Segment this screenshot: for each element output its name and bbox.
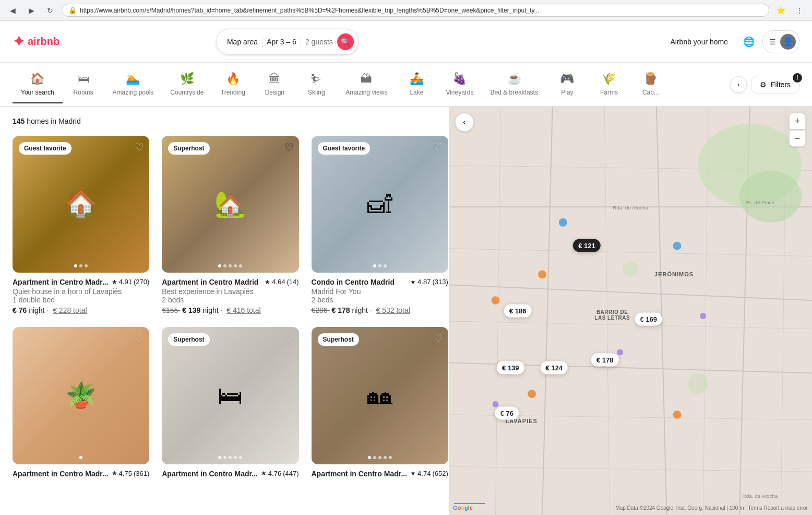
scroll-right-button[interactable]: › <box>730 76 747 93</box>
wishlist-button[interactable]: ♡ <box>135 141 144 154</box>
search-divider <box>262 37 262 47</box>
price-marker-m1[interactable]: € 121 <box>573 239 601 252</box>
category-item-amazing-pools[interactable]: 🏊 Amazing pools <box>104 66 162 103</box>
user-menu[interactable]: ☰ 👤 <box>762 30 799 53</box>
listing-description: Madrid For You <box>312 287 448 296</box>
listings-count: 145 homes in Madrid <box>13 117 436 125</box>
category-icon-design: 🏛 <box>269 72 280 86</box>
dot <box>223 456 226 459</box>
rating-value: 4.64 <box>272 278 285 286</box>
wishlist-button[interactable]: ♡ <box>135 332 144 345</box>
filters-button[interactable]: ⚙ Filters 1 <box>751 76 799 93</box>
category-label-countryside: Countryside <box>170 89 204 96</box>
listing-card[interactable]: 🪴 ♡ Apartment in Centro Madr... ★ 4.75 (… <box>13 327 149 477</box>
star-icon: ★ <box>112 278 117 286</box>
listing-card[interactable]: 🛏 Superhost ♡ Apartment in Centro Madr..… <box>162 327 298 477</box>
dot <box>85 264 88 267</box>
category-item-skiing[interactable]: ⛷ Skiing <box>295 66 337 103</box>
browser-chrome: ◀ ▶ ↻ 🔒 https://www.airbnb.com/s/Madrid/… <box>0 0 812 21</box>
category-icon-bed-breakfasts: ☕ <box>507 72 521 86</box>
search-bar[interactable]: Map area Apr 3 – 6 2 guests 🔍 <box>216 29 359 55</box>
price-marker-m7[interactable]: € 76 <box>495 406 519 419</box>
search-icon: 🔍 <box>341 38 350 46</box>
dot <box>378 264 381 267</box>
category-item-design[interactable]: 🏛 Design <box>254 66 295 103</box>
category-item-vineyards[interactable]: 🍇 Vineyards <box>437 66 482 103</box>
listing-beds: 2 beds <box>162 296 298 304</box>
map-attribution: Map Data ©2024 Google, Inst. Georg. Naci… <box>615 505 808 511</box>
category-item-countryside[interactable]: 🌿 Countryside <box>162 66 212 103</box>
rating-value: 4.87 <box>417 278 431 286</box>
category-item-rooms[interactable]: 🛏 Rooms <box>63 66 104 103</box>
map-controls: + − <box>789 113 806 147</box>
category-item-play[interactable]: 🎮 Play <box>546 66 588 103</box>
listing-title-row: Apartment in Centro Madrid ★ 4.64 (14) <box>162 278 298 286</box>
category-item-your-search[interactable]: 🏠 Your search <box>13 66 63 103</box>
category-item-bed-breakfasts[interactable]: ☕ Bed & breakfasts <box>482 66 546 103</box>
listing-card[interactable]: 🏠 Guest favorite ♡ Apartment in Centro M… <box>13 136 149 314</box>
price-marker-m5[interactable]: € 124 <box>541 361 568 374</box>
search-button[interactable]: 🔍 <box>337 33 354 50</box>
dot <box>239 456 242 459</box>
price-marker-m4[interactable]: € 139 <box>497 361 524 374</box>
category-label-play: Play <box>561 89 573 96</box>
refresh-button[interactable]: ↻ <box>43 3 57 18</box>
listing-title-row: Condo in Centro Madrid ★ 4.87 (313) <box>312 278 448 286</box>
category-icon-amazing-views: 🏔 <box>361 72 372 86</box>
listing-info: Apartment in Centro Madrid ★ 4.64 (14) B… <box>162 273 298 314</box>
wishlist-button[interactable]: ♡ <box>434 332 443 345</box>
category-item-lake[interactable]: 🚣 Lake <box>396 66 437 103</box>
logo[interactable]: ✦ airbnb <box>13 33 59 50</box>
listing-badge: Guest favorite <box>318 142 371 155</box>
category-label-vineyards: Vineyards <box>446 89 473 96</box>
category-label-trending: Trending <box>221 89 245 96</box>
listing-image-container: 🏘 Superhost ♡ <box>312 327 448 464</box>
back-button[interactable]: ◀ <box>5 3 20 18</box>
category-item-farms[interactable]: 🌾 Farms <box>588 66 630 103</box>
listing-card[interactable]: 🛋 Guest favorite ♡ Condo in Centro Madri… <box>312 136 448 314</box>
map-panel: Rda. de Atocha Ps. del Prado Rda. de Ato… <box>449 107 812 515</box>
dot <box>79 456 82 459</box>
language-button[interactable]: 🌐 <box>739 32 758 51</box>
header: ✦ airbnb Map area Apr 3 – 6 2 guests 🔍 A… <box>0 21 812 63</box>
dot <box>218 456 221 459</box>
listing-card[interactable]: 🏡 Superhost ♡ Apartment in Centro Madrid… <box>162 136 298 314</box>
rating-value: 4.74 <box>417 470 431 477</box>
zoom-out-button[interactable]: − <box>789 130 806 147</box>
category-item-trending[interactable]: 🔥 Trending <box>212 66 254 103</box>
category-item-cabins[interactable]: 🪵 Cab... <box>630 66 672 103</box>
zoom-in-button[interactable]: + <box>789 113 806 130</box>
wishlist-button[interactable]: ♡ <box>434 141 443 154</box>
forward-button[interactable]: ▶ <box>24 3 39 18</box>
address-bar[interactable]: 🔒 https://www.airbnb.com/s/Madrid/homes?… <box>62 4 769 17</box>
listings-grid: 🏠 Guest favorite ♡ Apartment in Centro M… <box>13 136 436 478</box>
listing-title: Apartment in Centro Madr... <box>13 278 109 286</box>
category-label-bed-breakfasts: Bed & breakfasts <box>491 89 538 96</box>
wishlist-button[interactable]: ♡ <box>284 332 294 345</box>
category-item-amazing-views[interactable]: 🏔 Amazing views <box>337 66 396 103</box>
sale-price: € 139 <box>182 306 200 314</box>
listing-image-container: 🪴 ♡ <box>13 327 149 464</box>
listing-card[interactable]: 🏘 Superhost ♡ Apartment in Centro Madr..… <box>312 327 448 477</box>
price-marker-m2[interactable]: € 186 <box>504 305 532 318</box>
listing-rating: ★ 4.87 (313) <box>410 278 448 286</box>
sale-price: € 76 <box>13 306 27 314</box>
svg-point-19 <box>623 262 638 277</box>
map-back-button[interactable]: ‹ <box>455 113 474 132</box>
listing-info: Apartment in Centro Madr... ★ 4.75 (361) <box>13 464 149 478</box>
svg-rect-33 <box>454 503 485 504</box>
category-icon-skiing: ⛷ <box>311 72 322 86</box>
price-marker-m3[interactable]: € 169 <box>635 312 663 325</box>
extensions-button[interactable]: ⭐ <box>773 3 788 18</box>
listing-title-row: Apartment in Centro Madr... ★ 4.91 (270) <box>13 278 149 286</box>
price-marker-m6[interactable]: € 178 <box>591 353 619 366</box>
svg-point-29 <box>528 390 536 398</box>
wishlist-button[interactable]: ♡ <box>284 141 294 154</box>
airbnb-your-home-button[interactable]: Airbnb your home <box>663 33 735 50</box>
more-button[interactable]: ⋮ <box>792 3 807 18</box>
total-price: € 228 total <box>53 306 87 314</box>
category-label-rooms: Rooms <box>74 89 93 96</box>
star-icon: ★ <box>410 470 416 477</box>
price-suffix: night <box>202 306 218 314</box>
listing-title-row: Apartment in Centro Madr... ★ 4.75 (361) <box>13 470 149 478</box>
